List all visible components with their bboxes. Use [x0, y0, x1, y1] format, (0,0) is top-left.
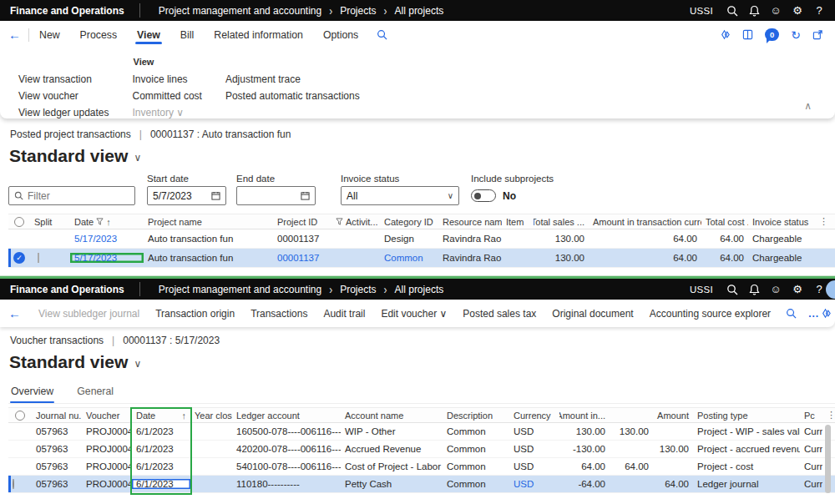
notifications-bell-icon[interactable] — [743, 279, 765, 300]
table-row[interactable]: 057963PROJ0004...6/1/2023160500-078----0… — [8, 423, 835, 441]
ribbon-button-adjustment-trace[interactable]: Adjustment trace — [225, 73, 360, 85]
column-header-total-sales[interactable]: Total sales ... — [534, 217, 589, 227]
app-title[interactable]: Finance and Operations — [0, 284, 139, 295]
cell-date[interactable]: 5/17/2023 — [70, 234, 144, 244]
column-header-split[interactable]: Split — [30, 217, 70, 227]
menu-item-options[interactable]: Options — [323, 23, 358, 47]
cell-category-id[interactable]: Common — [380, 253, 438, 263]
column-header-date[interactable]: Date ↑ — [70, 217, 144, 227]
menu-item-edit-voucher[interactable]: Edit voucher ∨ — [381, 302, 447, 325]
row-select-cell[interactable]: ✓ — [8, 252, 30, 264]
cell-pc[interactable]: Curre — [800, 461, 822, 471]
column-header-category-id[interactable]: Category ID — [380, 217, 438, 227]
help-icon[interactable]: ? — [808, 0, 830, 21]
cell-description[interactable]: Common — [443, 426, 509, 436]
column-header-pc[interactable]: Pc — [800, 411, 822, 421]
cell-description[interactable]: Common — [443, 461, 509, 471]
cell-invoice-status[interactable]: Chargeable — [748, 234, 815, 244]
ribbon-button-view-ledger-updates[interactable]: View ledger updates — [18, 107, 109, 118]
include-subprojects-toggle[interactable] — [471, 189, 496, 202]
cell-debit[interactable]: 64.00 — [610, 461, 653, 471]
cell-posting-type[interactable]: Project - cost — [693, 461, 800, 471]
table-row[interactable]: ✓5/17/2023Auto transaction fun00001137Co… — [8, 249, 835, 268]
cell-currency[interactable]: USD — [509, 461, 559, 471]
breadcrumb-item[interactable]: Project management and accounting — [159, 5, 321, 17]
notifications-bell-icon[interactable] — [743, 0, 765, 21]
cell-project-id[interactable]: 00001137 — [273, 234, 331, 244]
cell-journal-number[interactable]: 057963 — [32, 479, 82, 489]
feedback-smiley-icon[interactable]: ☺ — [765, 279, 787, 300]
cell-invoice-status[interactable]: Chargeable — [748, 253, 815, 263]
cell-project-id[interactable]: 00001137 — [273, 253, 331, 263]
cell-ledger-account[interactable]: 160500-078----006116----- — [232, 426, 341, 436]
breadcrumb-item[interactable]: All projects — [395, 284, 444, 295]
cell-date[interactable]: 6/1/2023 — [132, 444, 190, 454]
power-apps-icon[interactable] — [819, 307, 832, 320]
app-title[interactable]: Finance and Operations — [0, 5, 139, 17]
column-header-voucher[interactable]: Voucher — [82, 411, 132, 421]
cell-posting-type[interactable]: Ledger journal — [693, 479, 800, 489]
cell-amount[interactable]: 130.00 — [653, 444, 693, 454]
row-radio-icon[interactable] — [13, 479, 14, 489]
cell-project-name[interactable]: Auto transaction fun — [144, 234, 273, 244]
refresh-icon[interactable]: ↻ — [791, 29, 801, 41]
ribbon-button-view-voucher[interactable]: View voucher — [18, 90, 109, 102]
column-header-item[interactable]: Item — [502, 217, 534, 227]
column-header-resource-name[interactable]: Resource name — [438, 217, 502, 227]
column-header-project-name[interactable]: Project name — [144, 217, 273, 227]
menu-item-accounting-source-explorer[interactable]: Accounting source explorer — [650, 302, 771, 325]
cell-total-cost[interactable]: 64.00 — [701, 253, 748, 263]
cell-total-sales[interactable]: 130.00 — [534, 253, 589, 263]
settings-gear-icon[interactable]: ⚙ — [787, 0, 808, 21]
cell-voucher[interactable]: PROJ0004... — [82, 461, 132, 471]
cell-amount-in[interactable]: 64.00 — [559, 461, 610, 471]
column-header-amount[interactable]: Amount — [653, 411, 693, 421]
menu-item-related-information[interactable]: Related information — [214, 23, 303, 47]
feedback-smiley-icon[interactable]: ☺ — [765, 0, 787, 21]
back-arrow-icon[interactable]: ← — [0, 28, 28, 42]
cell-voucher[interactable]: PROJ0004... — [82, 426, 132, 436]
settings-gear-icon[interactable]: ⚙ — [787, 279, 808, 300]
open-in-new-window-icon[interactable] — [812, 29, 823, 40]
ribbon-button-committed-cost[interactable]: Committed cost — [133, 90, 202, 102]
more-options-icon[interactable]: ... — [808, 308, 819, 320]
cell-date[interactable]: 6/1/2023 — [132, 426, 190, 436]
cell-project-name[interactable]: Auto transaction fun — [144, 253, 273, 263]
table-row[interactable]: 5/17/2023Auto transaction fun00001137Des… — [8, 229, 835, 249]
collapse-ribbon-icon[interactable]: ∧ — [804, 100, 812, 112]
cell-amount-transaction-currency[interactable]: 64.00 — [589, 234, 701, 244]
cell-date[interactable]: 6/1/2023 — [132, 461, 190, 471]
side-panel-icon[interactable] — [742, 29, 753, 40]
ribbon-button-posted-automatic-transactions[interactable]: Posted automatic transactions — [225, 90, 360, 102]
table-row[interactable]: 057963PROJ0004...6/1/2023110180---------… — [8, 476, 835, 493]
column-header-ledger-account[interactable]: Ledger account — [232, 411, 341, 421]
power-apps-icon[interactable] — [718, 28, 731, 41]
menu-item-posted-sales-tax[interactable]: Posted sales tax — [463, 302, 536, 325]
menu-item-new[interactable]: New — [39, 23, 60, 47]
cell-ledger-account[interactable]: 420200-078----006116----- — [232, 444, 341, 454]
cell-amount[interactable]: 64.00 — [653, 479, 693, 489]
cell-currency[interactable]: USD — [509, 426, 559, 436]
vertical-scrollbar[interactable] — [825, 425, 831, 493]
action-search-icon[interactable] — [377, 29, 387, 40]
calendar-icon[interactable] — [211, 191, 220, 200]
column-options-kebab-icon[interactable]: ⋮ — [815, 216, 835, 227]
cell-voucher[interactable]: PROJ0004... — [82, 479, 132, 489]
menu-item-transactions[interactable]: Transactions — [250, 302, 307, 325]
ribbon-button-invoice-lines[interactable]: Invoice lines — [133, 73, 202, 85]
cell-pc[interactable]: Curre — [800, 444, 822, 454]
invoice-status-select[interactable]: All ∨ — [341, 186, 459, 205]
select-all-checkbox[interactable] — [8, 217, 30, 227]
cell-debit[interactable]: 130.00 — [610, 426, 653, 436]
column-header-project-id[interactable]: Project ID — [273, 217, 331, 227]
cell-account-name[interactable]: Petty Cash — [341, 479, 443, 489]
column-header-journal-number[interactable]: Journal nu... — [32, 411, 82, 421]
column-header-posting-type[interactable]: Posting type — [693, 411, 800, 421]
menu-item-bill[interactable]: Bill — [180, 23, 194, 47]
messages-icon[interactable]: 0 — [765, 28, 779, 41]
cell-description[interactable]: Common — [443, 479, 509, 489]
quick-filter-input[interactable]: Filter — [8, 186, 135, 205]
column-header-invoice-status[interactable]: Invoice status — [748, 217, 815, 227]
search-icon[interactable] — [721, 279, 743, 300]
cell-amount-in[interactable]: 130.00 — [559, 426, 610, 436]
